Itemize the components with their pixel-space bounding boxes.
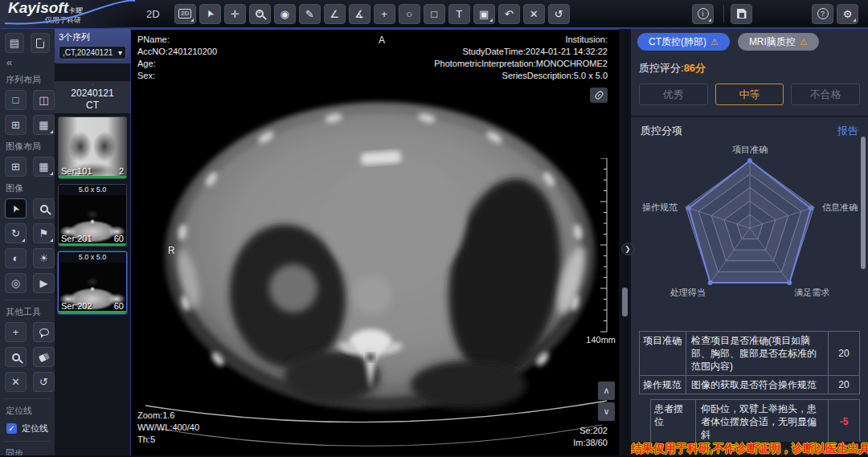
image-layout-nxn[interactable]: ▦ bbox=[33, 157, 55, 177]
cobb-angle-icon: ∡ bbox=[354, 9, 364, 19]
pointer-tool[interactable]: ➤ bbox=[5, 198, 27, 218]
checkbox-row-定位线[interactable]: ✓定位线 bbox=[6, 422, 50, 435]
series-panel-toggle[interactable]: ▤ bbox=[5, 33, 24, 53]
row-score: 20 bbox=[829, 376, 859, 394]
grade-button-不合格[interactable]: 不合格 bbox=[791, 84, 860, 105]
layout-2x2-icon: ⊞ bbox=[11, 119, 20, 131]
text-annotation-tool[interactable]: T bbox=[448, 4, 470, 24]
expand-panel-button[interactable]: ❯ bbox=[621, 243, 634, 255]
logo-text: Kayisoft bbox=[8, 0, 68, 16]
layout-2x2[interactable]: ⊞ bbox=[5, 115, 27, 135]
layout-1x2[interactable]: ◫ bbox=[33, 90, 55, 110]
pointer-tool[interactable]: ➤ bbox=[199, 4, 221, 24]
settings-button[interactable]: ⚙ bbox=[837, 4, 858, 24]
thumbnail-spacing-label: 5.0 x 5.0 bbox=[59, 252, 126, 263]
comment-tool[interactable] bbox=[33, 322, 55, 342]
series-thumbnail-Ser-202[interactable]: 5.0 x 5.0Ser:20260 bbox=[58, 251, 127, 314]
rect-roi-tool[interactable]: □ bbox=[424, 4, 445, 24]
score-value: 20 bbox=[838, 347, 849, 360]
undo-button[interactable]: ↶ bbox=[498, 4, 520, 24]
table-row-操作规范: 操作规范图像的获取是否符合操作规范20 bbox=[639, 376, 860, 394]
cobb-angle-tool[interactable]: ∡ bbox=[349, 4, 371, 24]
series-thumbnail-Ser-201[interactable]: 5.0 x 5.0Ser:20160 bbox=[58, 184, 127, 247]
image-report-tool[interactable]: ▣ bbox=[473, 4, 495, 24]
study-select-dropdown[interactable]: ,CT,20240121 ▾ bbox=[59, 46, 126, 59]
local-magnify-icon bbox=[12, 353, 20, 361]
info-menu-button[interactable]: i bbox=[692, 4, 714, 24]
cine-flag-tool[interactable]: ⚑ bbox=[33, 223, 55, 243]
overlay-line: PhotometricInterpretation:MONOCHROME2 bbox=[434, 58, 608, 70]
pointer-icon: ➤ bbox=[203, 7, 217, 19]
thumbnail-series-label: Ser:201 bbox=[61, 234, 92, 243]
clear-annotation-tool[interactable]: ✕ bbox=[5, 372, 27, 392]
row-name: 操作规范 bbox=[640, 376, 686, 394]
angle-tool[interactable]: ∠ bbox=[324, 4, 346, 24]
grade-button-中等[interactable]: 中等 bbox=[715, 84, 784, 105]
qc-tab-CT质控(肺部)[interactable]: CT质控(肺部)⚠ bbox=[637, 33, 730, 51]
overlay-line: Sex: bbox=[137, 70, 217, 82]
toolbox-groups: 序列布局□◫⊞▦图像布局⊞▦图像➤↻⚑◐☀◎▶其他工具+✕↺定位线✓定位线同步图… bbox=[5, 74, 50, 455]
qc-subscores-section: 质控分项 报告 项目准确信息准确满足需求处理得当操作规范 bbox=[631, 116, 868, 326]
viewer-scrollbar-thumb[interactable] bbox=[622, 288, 628, 316]
layout-1x1[interactable]: □ bbox=[5, 90, 27, 110]
grade-button-优秀[interactable]: 优秀 bbox=[639, 84, 708, 105]
ellipse-roi-tool[interactable]: ○ bbox=[399, 4, 420, 24]
chevron-down-icon: ▾ bbox=[118, 48, 122, 57]
toolbox-top-row: ▤ bbox=[5, 33, 50, 53]
delete-annotation-button[interactable]: ✕ bbox=[523, 4, 545, 24]
pan-tool[interactable]: ✛ bbox=[224, 4, 246, 24]
report-panel-toggle[interactable] bbox=[31, 33, 50, 53]
scroll-up-button[interactable]: ∧ bbox=[598, 382, 615, 400]
localizer-icon: ◎ bbox=[11, 277, 20, 289]
reset-button[interactable]: ↺ bbox=[548, 4, 570, 24]
collapse-sidebar-button[interactable]: « bbox=[6, 56, 50, 68]
thumbnail-image-count: 60 bbox=[114, 301, 124, 311]
toolbar-settings-group: ?⚙ bbox=[812, 4, 862, 24]
checkbox-checked[interactable]: ✓ bbox=[6, 423, 17, 434]
row-name: 项目准确 bbox=[640, 332, 686, 375]
section-title: 其他工具 bbox=[6, 306, 50, 318]
report-link[interactable]: 报告 bbox=[837, 124, 858, 138]
cine-flag-icon: ⚑ bbox=[39, 227, 49, 239]
series-image-overlay: Se:202Im:38/60 bbox=[573, 425, 608, 449]
crosshair-tool[interactable]: + bbox=[5, 322, 27, 342]
logo-subtitle: 仅用于科研 bbox=[45, 16, 135, 24]
tool-section: 序列布局□◫⊞▦ bbox=[5, 74, 50, 135]
point-marker-tool[interactable]: + bbox=[374, 4, 395, 24]
help-button[interactable]: ? bbox=[812, 4, 833, 24]
checkbox-section: 同步图像ID同步✓位置同步手动同步缩放/平移窗宽窗位 bbox=[5, 441, 50, 455]
window-level-tool[interactable]: ☀ bbox=[33, 248, 55, 268]
rotate-flip-icon: ↻ bbox=[11, 227, 20, 239]
tool-grid: ➤↻⚑◐☀◎▶ bbox=[5, 198, 50, 293]
zoom-tool[interactable] bbox=[249, 4, 271, 24]
thumbnail-progress-bar bbox=[59, 243, 126, 246]
qc-tab-MRI脑质控[interactable]: MRI脑质控⚠ bbox=[738, 33, 819, 51]
scroll-down-button[interactable]: ∨ bbox=[598, 402, 615, 421]
main-content: ▤ « 序列布局□◫⊞▦图像布局⊞▦图像➤↻⚑◐☀◎▶其他工具+✕↺定位线✓定位… bbox=[0, 29, 868, 455]
rotate-flip-tool[interactable]: ↻ bbox=[5, 223, 27, 243]
magnify-tool[interactable] bbox=[33, 198, 55, 218]
section-title: 图像布局 bbox=[6, 141, 50, 153]
invert-tool[interactable]: ◐ bbox=[5, 248, 27, 268]
local-magnify-tool[interactable] bbox=[5, 347, 27, 367]
series-thumbnail-Ser-101[interactable]: Ser:1012 bbox=[58, 116, 127, 179]
image-layout-2x2[interactable]: ⊞ bbox=[5, 157, 27, 177]
thumbnail-progress-bar bbox=[59, 311, 126, 313]
measure-tool[interactable]: ✎ bbox=[299, 4, 321, 24]
localizer-tool[interactable]: ◎ bbox=[5, 273, 27, 293]
image-viewport[interactable]: PName:AccNO:2401210200Age:Sex: Institusi… bbox=[131, 29, 619, 455]
link-series-button[interactable] bbox=[590, 88, 608, 103]
layout-nxn[interactable]: ▦ bbox=[33, 115, 55, 135]
comment-icon bbox=[39, 328, 49, 336]
reset-view-tool[interactable]: ↺ bbox=[33, 372, 55, 392]
probe-tool[interactable]: ◉ bbox=[274, 4, 296, 24]
save-button[interactable] bbox=[731, 4, 752, 24]
overlay-line: Zoom:1.6 bbox=[137, 410, 199, 422]
qc-tab-label: CT质控(肺部) bbox=[649, 35, 706, 49]
view-2d-menu[interactable]: 2D bbox=[174, 4, 196, 24]
eraser-tool[interactable] bbox=[33, 347, 55, 367]
tool-grid: ⊞▦ bbox=[5, 157, 50, 177]
play-tool[interactable]: ▶ bbox=[33, 273, 55, 293]
patient-info-overlay: PName:AccNO:2401210200Age:Sex: bbox=[137, 34, 217, 82]
qc-scrollbar-thumb[interactable] bbox=[861, 137, 866, 269]
